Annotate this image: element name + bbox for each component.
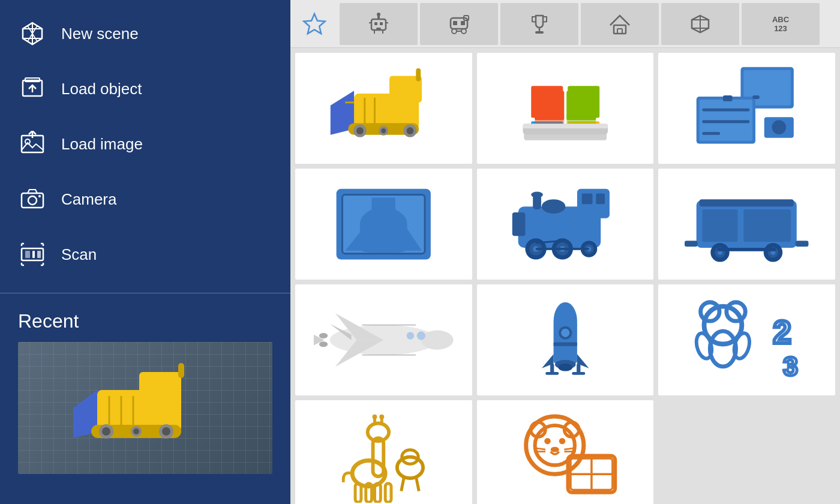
category-robots[interactable] bbox=[340, 3, 418, 45]
svg-rect-180 bbox=[355, 484, 361, 502]
svg-rect-24 bbox=[25, 251, 30, 258]
grid-item-train-engine[interactable] bbox=[477, 169, 654, 280]
svg-point-157 bbox=[561, 329, 569, 337]
sidebar-label-new-scene: New scene bbox=[61, 25, 139, 43]
sidebar-item-camera[interactable]: Camera bbox=[0, 172, 290, 227]
sidebar-menu: New scene Load object bbox=[0, 0, 290, 288]
svg-point-149 bbox=[319, 341, 328, 347]
svg-rect-53 bbox=[453, 21, 457, 25]
sidebar-label-scan: Scan bbox=[61, 245, 97, 264]
svg-point-32 bbox=[102, 427, 110, 436]
svg-text:3: 3 bbox=[784, 351, 799, 380]
svg-point-113 bbox=[542, 199, 565, 214]
sidebar-label-camera: Camera bbox=[61, 190, 116, 209]
svg-rect-97 bbox=[752, 95, 760, 99]
svg-point-147 bbox=[407, 332, 415, 340]
svg-point-36 bbox=[133, 428, 139, 434]
main-panel: ABC 123 bbox=[290, 0, 840, 504]
svg-rect-43 bbox=[374, 22, 377, 25]
category-trains[interactable] bbox=[420, 3, 498, 45]
new-scene-icon bbox=[18, 19, 47, 48]
sidebar-label-load-image: Load image bbox=[61, 135, 143, 154]
svg-line-185 bbox=[401, 476, 404, 491]
svg-rect-112 bbox=[512, 212, 526, 236]
svg-rect-102 bbox=[703, 109, 750, 112]
svg-rect-45 bbox=[376, 28, 381, 29]
grid-item-cookie-cutters[interactable]: 2 3 bbox=[658, 284, 835, 395]
svg-marker-41 bbox=[304, 14, 325, 34]
recent-title: Recent bbox=[18, 310, 272, 332]
svg-rect-60 bbox=[535, 31, 544, 34]
grid-item-space-shuttle[interactable] bbox=[295, 284, 472, 395]
svg-rect-101 bbox=[703, 120, 750, 123]
svg-point-179 bbox=[379, 415, 384, 419]
sidebar-item-load-image[interactable]: Load image bbox=[0, 116, 290, 172]
grid-item-lion-cutters[interactable] bbox=[477, 400, 654, 504]
svg-rect-25 bbox=[32, 251, 35, 258]
svg-rect-103 bbox=[723, 95, 733, 101]
recent-section: Recent bbox=[0, 298, 290, 486]
category-favorites[interactable] bbox=[296, 6, 332, 42]
grid-item-train-car[interactable] bbox=[658, 169, 835, 280]
sidebar-item-load-object[interactable]: Load object bbox=[0, 61, 290, 116]
svg-rect-183 bbox=[385, 484, 391, 502]
svg-rect-26 bbox=[37, 251, 41, 258]
svg-line-186 bbox=[416, 476, 419, 491]
svg-point-146 bbox=[417, 331, 425, 340]
category-box[interactable] bbox=[661, 3, 739, 45]
svg-rect-28 bbox=[139, 372, 181, 402]
sidebar-item-scan[interactable]: Scan bbox=[0, 227, 290, 282]
grid-item-microsoft-logo[interactable] bbox=[477, 53, 654, 164]
category-text-label: ABC 123 bbox=[772, 15, 789, 33]
svg-point-13 bbox=[28, 196, 37, 205]
recent-thumbnail[interactable] bbox=[18, 342, 272, 474]
svg-rect-54 bbox=[461, 21, 465, 25]
svg-rect-174 bbox=[373, 438, 384, 476]
grid-item-bulldozer[interactable] bbox=[295, 53, 472, 164]
svg-rect-129 bbox=[703, 209, 738, 242]
svg-point-177 bbox=[373, 415, 377, 419]
grid-item-bottle-frame[interactable] bbox=[295, 169, 472, 280]
sidebar-item-new-scene[interactable]: New scene bbox=[0, 6, 290, 61]
category-trophies[interactable] bbox=[500, 3, 578, 45]
grid-item-giraffe-cutters[interactable] bbox=[295, 400, 472, 504]
svg-point-34 bbox=[162, 427, 170, 436]
svg-rect-44 bbox=[380, 22, 383, 25]
svg-point-74 bbox=[407, 127, 414, 134]
svg-rect-92 bbox=[523, 124, 608, 128]
svg-rect-161 bbox=[550, 364, 554, 373]
svg-point-76 bbox=[381, 128, 386, 133]
load-object-icon bbox=[18, 74, 47, 103]
svg-point-14 bbox=[38, 195, 41, 197]
svg-rect-137 bbox=[718, 248, 776, 251]
svg-rect-109 bbox=[577, 189, 610, 218]
svg-rect-138 bbox=[685, 241, 698, 247]
camera-icon bbox=[18, 185, 47, 214]
model-grid: 2 3 bbox=[290, 48, 840, 504]
svg-point-141 bbox=[421, 330, 454, 349]
grid-item-rocket[interactable] bbox=[477, 284, 654, 395]
category-home[interactable] bbox=[581, 3, 659, 45]
svg-point-159 bbox=[558, 364, 572, 371]
svg-point-184 bbox=[397, 457, 423, 478]
svg-rect-79 bbox=[416, 68, 421, 82]
load-image-icon bbox=[18, 130, 47, 158]
svg-point-115 bbox=[531, 191, 543, 197]
svg-point-99 bbox=[772, 120, 787, 134]
svg-point-148 bbox=[319, 333, 328, 338]
svg-point-192 bbox=[544, 438, 550, 444]
svg-rect-162 bbox=[577, 364, 580, 373]
sidebar-label-load-object: Load object bbox=[61, 80, 142, 98]
svg-point-169 bbox=[694, 331, 715, 360]
category-text[interactable]: ABC 123 bbox=[742, 3, 820, 45]
svg-rect-160 bbox=[553, 342, 577, 346]
svg-rect-164 bbox=[572, 372, 585, 375]
category-bar: ABC 123 bbox=[290, 0, 840, 48]
scan-icon bbox=[18, 240, 47, 269]
svg-rect-9 bbox=[22, 136, 43, 152]
grid-item-box-parts[interactable] bbox=[658, 53, 835, 164]
svg-point-170 bbox=[732, 331, 752, 360]
svg-point-194 bbox=[551, 447, 559, 452]
svg-rect-130 bbox=[744, 209, 791, 242]
svg-rect-111 bbox=[596, 193, 605, 204]
